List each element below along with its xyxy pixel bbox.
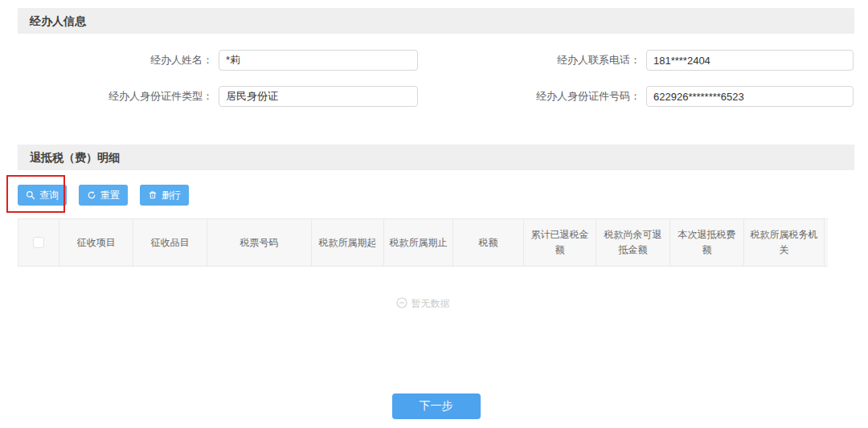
select-all-cell xyxy=(18,219,59,266)
operator-id-type-input[interactable] xyxy=(219,86,418,107)
col-header-tax-authority: 税款所属税务机关 xyxy=(744,219,825,266)
reset-button[interactable]: 重置 xyxy=(79,185,128,206)
operator-phone-label: 经办人联系电话： xyxy=(436,53,641,67)
col-header-levy-item: 征收项目 xyxy=(59,219,133,266)
operator-id-type-label: 经办人身份证件类型： xyxy=(18,89,213,104)
delete-row-button[interactable]: 删行 xyxy=(140,185,189,206)
empty-state-text: 暂无数据 xyxy=(411,297,450,311)
col-header-levy-subitem: 征收品目 xyxy=(133,219,207,266)
reset-button-label: 重置 xyxy=(100,189,120,202)
footer-actions: 下一步 xyxy=(18,393,854,419)
refund-toolbar: 查询 重置 删行 xyxy=(18,185,854,206)
col-header-remaining-refundable: 税款尚余可退抵金额 xyxy=(596,219,670,266)
col-header-current-refund-amount: 本次退抵税费额 xyxy=(670,219,744,266)
search-icon xyxy=(26,190,35,200)
refresh-icon xyxy=(87,190,96,200)
operator-form: 经办人姓名： 经办人联系电话： 经办人身份证件类型： 经办人身份证件号码： xyxy=(18,34,854,107)
col-header-refunded-total: 累计已退税金额 xyxy=(524,219,596,266)
page-container: 经办人信息 经办人姓名： 经办人联系电话： 经办人身份证件类型： 经办人身份证件… xyxy=(18,8,854,419)
operator-section-header: 经办人信息 xyxy=(18,8,854,34)
delete-row-button-label: 删行 xyxy=(162,189,181,202)
query-button-label: 查询 xyxy=(39,189,59,202)
operator-id-number-label: 经办人身份证件号码： xyxy=(436,89,641,104)
query-button[interactable]: 查询 xyxy=(18,185,67,206)
refund-detail-section-header: 退抵税（费）明细 xyxy=(18,145,854,170)
operator-name-label: 经办人姓名： xyxy=(18,53,213,67)
select-all-checkbox[interactable] xyxy=(33,237,44,248)
next-step-button[interactable]: 下一步 xyxy=(392,393,481,419)
col-header-period-end: 税款所属期止 xyxy=(384,219,453,266)
operator-phone-input[interactable] xyxy=(646,50,854,71)
refund-detail-table: 征收项目 征收品目 税票号码 税款所属期起 税款所属期止 税额 累计已退税金额 … xyxy=(18,218,828,347)
table-header-row: 征收项目 征收品目 税票号码 税款所属期起 税款所属期止 税额 累计已退税金额 … xyxy=(18,218,828,267)
operator-name-input[interactable] xyxy=(219,50,418,71)
operator-id-number-input[interactable] xyxy=(646,86,854,107)
col-header-tax-amount: 税额 xyxy=(453,219,524,266)
col-header-period-start: 税款所属期起 xyxy=(312,219,384,266)
col-header-tax-receipt-no: 税票号码 xyxy=(207,219,312,266)
table-empty-state: 暂无数据 xyxy=(18,267,828,347)
trash-icon xyxy=(148,190,158,200)
minus-circle-icon xyxy=(396,297,407,311)
